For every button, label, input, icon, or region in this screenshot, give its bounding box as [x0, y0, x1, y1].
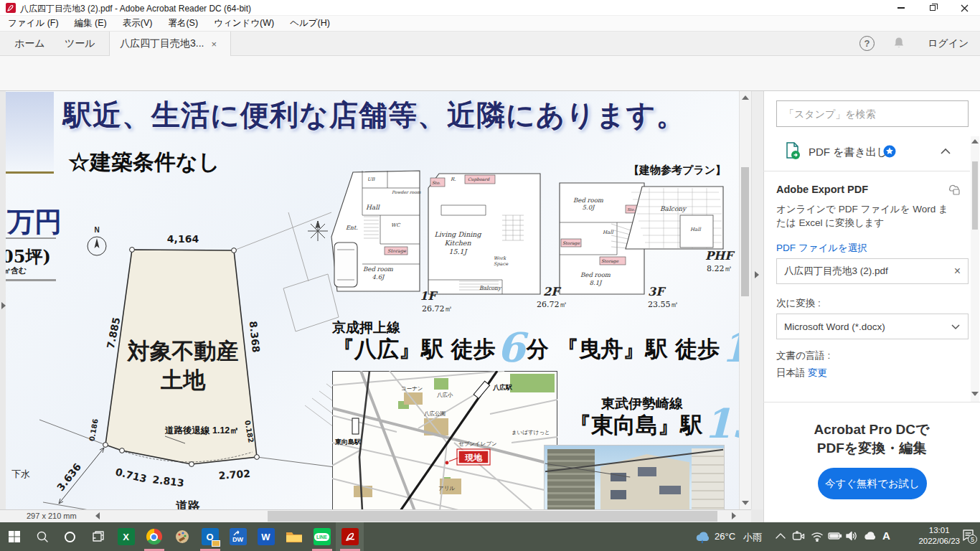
selected-file-name: 八広四丁目売地3 (2).pdf: [784, 265, 954, 278]
svg-text:Storage: Storage: [562, 240, 580, 246]
notifications-bell-icon[interactable]: [892, 36, 906, 53]
acrobat-taskbar-icon[interactable]: [336, 522, 364, 551]
svg-text:Kitchen: Kitchen: [444, 239, 471, 247]
svg-text:8.22㎡: 8.22㎡: [707, 264, 732, 273]
free-trial-button[interactable]: 今すぐ無料でお試し: [818, 468, 927, 499]
access-line-1: 『八広』駅 徒歩6分 『曳舟』駅 徒歩10分: [332, 331, 739, 365]
help-icon[interactable]: ?: [859, 36, 875, 51]
select-pdf-link[interactable]: PDF ファイルを選択: [776, 242, 867, 255]
svg-text:アリル: アリル: [438, 485, 455, 491]
tab-document[interactable]: 八広四丁目売地3... ×: [109, 32, 231, 56]
svg-text:まいばすけっと: まいばすけっと: [512, 429, 550, 435]
menu-window[interactable]: ウィンドウ(W): [206, 17, 282, 29]
panel-scroll-down-icon[interactable]: [971, 392, 979, 396]
start-button[interactable]: [0, 522, 28, 551]
selected-file-box[interactable]: 八広四丁目売地3 (2).pdf ×: [776, 258, 969, 284]
close-button[interactable]: [948, 0, 980, 16]
battery-icon[interactable]: [828, 531, 842, 541]
convert-format-select[interactable]: Microsoft Word (*.docx): [776, 314, 969, 339]
clock[interactable]: 13:01 2022/06/23: [918, 525, 960, 547]
minimize-button[interactable]: [885, 0, 917, 16]
export-pdf-header[interactable]: PDF を書き出し: [809, 146, 887, 159]
taskbar-search-icon[interactable]: [28, 522, 56, 551]
svg-text:Hall: Hall: [603, 230, 614, 235]
photo-window: [659, 486, 681, 494]
vertical-scroll-thumb[interactable]: [741, 167, 749, 296]
docuworks-icon[interactable]: DW: [224, 522, 252, 551]
ime-indicator[interactable]: A: [882, 529, 890, 542]
promo-line1: Acrobat Pro DCで: [763, 420, 980, 439]
meet-now-icon[interactable]: [792, 530, 805, 542]
change-language-link[interactable]: 変更: [808, 367, 827, 380]
tab-tools[interactable]: ツール: [55, 32, 105, 56]
left-pane-expand-icon[interactable]: [1, 302, 6, 309]
tool-description-line2: たは Excel に変換します: [776, 217, 963, 230]
road-label: 道路: [175, 499, 200, 509]
scroll-down-icon[interactable]: [742, 501, 749, 505]
onedrive-icon[interactable]: [862, 531, 878, 541]
line-icon[interactable]: LINE: [308, 522, 336, 551]
svg-text:Living Dining: Living Dining: [435, 230, 483, 239]
panel-scroll-up-icon[interactable]: [971, 139, 979, 143]
tray-expand-icon[interactable]: [775, 532, 786, 540]
map-station-right: 八広駅: [492, 384, 513, 391]
menu-help[interactable]: ヘルプ(H): [282, 17, 338, 29]
price-banner-fragment: [6, 92, 54, 174]
menu-edit[interactable]: 編集 (E): [67, 17, 115, 29]
svg-text:八広小: 八広小: [437, 392, 453, 398]
pdf-page: 駅近、生活に便利な店舗等、近隣にあります。 ☆建築条件なし 【建物参考プラン】 …: [6, 91, 739, 509]
svg-text:八広公園: 八広公園: [424, 410, 446, 417]
cortana-icon[interactable]: [56, 522, 84, 551]
svg-text:Sto.: Sto.: [627, 207, 635, 212]
menu-file[interactable]: ファイル (F): [0, 17, 67, 29]
svg-text:Balcony: Balcony: [479, 285, 502, 291]
cloud-doc-icon: [946, 182, 961, 196]
panel-scroll-thumb[interactable]: [972, 161, 978, 230]
hscroll-left-icon[interactable]: [95, 512, 100, 519]
stamp-search-input[interactable]: [776, 100, 969, 127]
svg-text:PHF: PHF: [705, 249, 735, 263]
weather-icon[interactable]: [694, 529, 712, 544]
clock-time: 13:01: [918, 525, 960, 536]
tab-document-label: 八広四丁目売地3...: [120, 37, 204, 50]
file-explorer-icon[interactable]: [280, 522, 308, 551]
chrome-icon[interactable]: [140, 522, 168, 551]
outlook-icon[interactable]: O: [196, 522, 224, 551]
compass-icon: N: [88, 226, 106, 255]
tab-bar: ホーム ツール 八広四丁目売地3... × ? ログイン: [0, 32, 980, 56]
svg-text:Bed room: Bed room: [573, 197, 604, 204]
restore-button[interactable]: [917, 0, 948, 16]
menu-sign[interactable]: 署名(S): [160, 17, 206, 29]
panel-collapse-icon[interactable]: [755, 271, 759, 278]
dim-b2: 2.813: [152, 474, 185, 489]
task-view-icon[interactable]: [84, 522, 112, 551]
tab-home[interactable]: ホーム: [4, 32, 55, 56]
excel-icon[interactable]: X: [112, 522, 140, 551]
svg-text:Hall: Hall: [690, 227, 702, 232]
menu-view[interactable]: 表示(V): [115, 17, 161, 29]
export-pdf-icon: [784, 141, 801, 160]
tab-close-icon[interactable]: ×: [211, 39, 217, 50]
scroll-up-icon[interactable]: [742, 95, 749, 100]
promo-line2: PDFを変換・編集: [763, 439, 980, 458]
svg-text:Storage: Storage: [387, 248, 407, 254]
document-vertical-scrollbar[interactable]: [739, 91, 751, 509]
hscroll-right-icon[interactable]: [732, 512, 736, 519]
volume-icon[interactable]: [845, 530, 858, 542]
collapse-section-icon[interactable]: [940, 147, 951, 156]
paint3d-icon[interactable]: [168, 522, 196, 551]
weather-temp[interactable]: 26°C: [715, 531, 735, 542]
clear-file-icon[interactable]: ×: [954, 265, 961, 278]
weather-desc[interactable]: 小雨: [743, 531, 762, 544]
panel-collapse-strip[interactable]: [751, 91, 763, 509]
svg-text:Work: Work: [494, 255, 507, 261]
notification-center-icon[interactable]: 5: [961, 528, 976, 544]
word-icon[interactable]: W: [252, 522, 280, 551]
horizontal-scroll-thumb[interactable]: [268, 511, 717, 522]
login-button[interactable]: ログイン: [928, 37, 969, 50]
wifi-icon[interactable]: [811, 530, 824, 542]
main-toolbar: / 1 100%: [0, 56, 980, 91]
svg-text:Ent.: Ent.: [346, 225, 358, 231]
photo-window: [611, 490, 626, 499]
menu-bar: ファイル (F) 編集 (E) 表示(V) 署名(S) ウィンドウ(W) ヘルプ…: [0, 16, 980, 32]
